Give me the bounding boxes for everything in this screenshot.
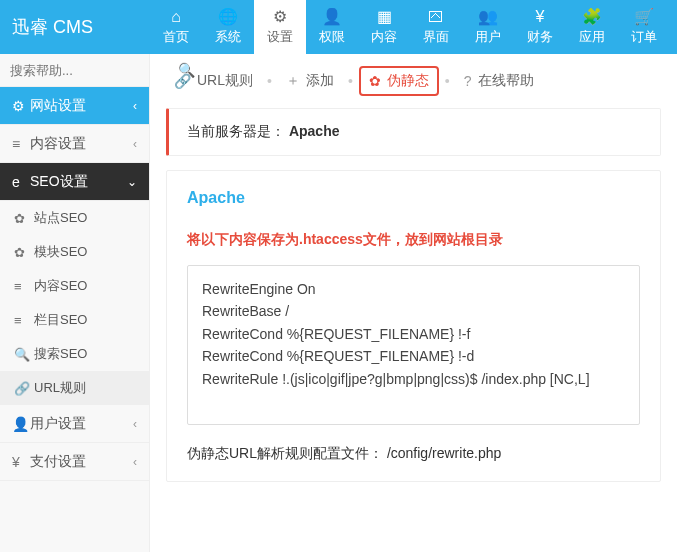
top-menu-界面[interactable]: ⮹界面 (410, 0, 462, 54)
sidebar-item-URL规则[interactable]: 🔗URL规则 (0, 371, 149, 405)
tab-icon: ? (464, 73, 472, 89)
sidebar-group-网站设置[interactable]: ⚙网站设置‹ (0, 87, 149, 125)
item-label: 站点SEO (34, 209, 87, 227)
top-menu-label: 内容 (371, 28, 397, 46)
tab-separator: • (267, 73, 272, 89)
top-menu-label: 财务 (527, 28, 553, 46)
sidebar-item-栏目SEO[interactable]: ≡栏目SEO (0, 303, 149, 337)
group-icon: ≡ (12, 136, 30, 152)
top-menu-内容[interactable]: ▦内容 (358, 0, 410, 54)
group-icon: ¥ (12, 454, 30, 470)
group-icon: ⚙ (12, 98, 30, 114)
top-menu-icon: 👥 (478, 9, 498, 25)
top-menu-label: 用户 (475, 28, 501, 46)
top-menu-label: 界面 (423, 28, 449, 46)
top-menu-财务[interactable]: ¥财务 (514, 0, 566, 54)
top-menu-应用[interactable]: 🧩应用 (566, 0, 618, 54)
top-menu-icon: 🛒 (634, 9, 654, 25)
notice-prefix: 当前服务器是： (187, 123, 285, 139)
content-tabs: 🔗URL规则•＋添加•✿伪静态•?在线帮助 (150, 54, 677, 108)
tab-URL规则[interactable]: 🔗URL规则 (166, 68, 261, 94)
group-icon: 👤 (12, 416, 30, 432)
sidebar-group-SEO设置[interactable]: eSEO设置⌄ (0, 163, 149, 201)
group-label: 支付设置 (30, 453, 86, 471)
chevron-icon: ‹ (133, 455, 137, 469)
config-file-line: 伪静态URL解析规则配置文件： /config/rewrite.php (187, 445, 640, 463)
item-icon: ≡ (14, 313, 34, 328)
brand: 迅睿 CMS (0, 15, 150, 39)
top-menu-label: 应用 (579, 28, 605, 46)
group-icon: e (12, 174, 30, 190)
sidebar-item-站点SEO[interactable]: ✿站点SEO (0, 201, 149, 235)
htaccess-code[interactable]: RewriteEngine On RewriteBase / RewriteCo… (187, 265, 640, 425)
tab-icon: ＋ (286, 72, 300, 90)
top-menu-icon: ⌂ (171, 9, 181, 25)
top-menu-label: 系统 (215, 28, 241, 46)
sidebar-item-内容SEO[interactable]: ≡内容SEO (0, 269, 149, 303)
chevron-icon: ‹ (133, 137, 137, 151)
panel-warning: 将以下内容保存为.htaccess文件，放到网站根目录 (187, 231, 640, 249)
item-label: 搜索SEO (34, 345, 87, 363)
top-menu-设置[interactable]: ⚙设置 (254, 0, 306, 54)
tab-label: 添加 (306, 72, 334, 90)
sidebar-search: 🔍 (0, 54, 149, 87)
item-label: URL规则 (34, 379, 86, 397)
top-menu-系统[interactable]: 🌐系统 (202, 0, 254, 54)
tab-伪静态[interactable]: ✿伪静态 (359, 66, 439, 96)
server-notice: 当前服务器是： Apache (166, 108, 661, 156)
group-label: 网站设置 (30, 97, 86, 115)
item-icon: ✿ (14, 211, 34, 226)
top-menu-icon: 👤 (322, 9, 342, 25)
sidebar: 🔍 ⚙网站设置‹≡内容设置‹eSEO设置⌄✿站点SEO✿模块SEO≡内容SEO≡… (0, 54, 150, 552)
group-label: 用户设置 (30, 415, 86, 433)
group-label: 内容设置 (30, 135, 86, 153)
sidebar-item-搜索SEO[interactable]: 🔍搜索SEO (0, 337, 149, 371)
top-menu-icon: ⮹ (428, 9, 444, 25)
tab-label: URL规则 (197, 72, 253, 90)
top-menu-label: 设置 (267, 28, 293, 46)
sidebar-group-内容设置[interactable]: ≡内容设置‹ (0, 125, 149, 163)
tab-separator: • (348, 73, 353, 89)
config-panel: Apache 将以下内容保存为.htaccess文件，放到网站根目录 Rewri… (166, 170, 661, 482)
chevron-icon: ‹ (133, 99, 137, 113)
tab-separator: • (445, 73, 450, 89)
chevron-icon: ‹ (133, 417, 137, 431)
config-label: 伪静态URL解析规则配置文件： (187, 445, 383, 461)
tab-添加[interactable]: ＋添加 (278, 68, 342, 94)
config-path: /config/rewrite.php (387, 445, 501, 461)
item-label: 内容SEO (34, 277, 87, 295)
tab-icon: 🔗 (174, 73, 191, 89)
top-menu-订单[interactable]: 🛒订单 (618, 0, 670, 54)
top-menu-label: 订单 (631, 28, 657, 46)
item-icon: 🔍 (14, 347, 34, 362)
item-icon: ✿ (14, 245, 34, 260)
tab-label: 在线帮助 (478, 72, 534, 90)
sidebar-item-模块SEO[interactable]: ✿模块SEO (0, 235, 149, 269)
item-icon: 🔗 (14, 381, 34, 396)
top-bar: 迅睿 CMS ⌂首页🌐系统⚙设置👤权限▦内容⮹界面👥用户¥财务🧩应用🛒订单 (0, 0, 677, 54)
main-content: 🔗URL规则•＋添加•✿伪静态•?在线帮助 当前服务器是： Apache Apa… (150, 54, 677, 552)
tab-label: 伪静态 (387, 72, 429, 90)
top-menu-icon: ▦ (377, 9, 392, 25)
top-menu-label: 首页 (163, 28, 189, 46)
top-menu-用户[interactable]: 👥用户 (462, 0, 514, 54)
top-menu-icon: 🧩 (582, 9, 602, 25)
top-menu-label: 权限 (319, 28, 345, 46)
tab-icon: ✿ (369, 73, 381, 89)
item-label: 模块SEO (34, 243, 87, 261)
panel-title: Apache (187, 189, 640, 207)
notice-value: Apache (289, 123, 340, 139)
top-menu: ⌂首页🌐系统⚙设置👤权限▦内容⮹界面👥用户¥财务🧩应用🛒订单 (150, 0, 670, 54)
top-menu-权限[interactable]: 👤权限 (306, 0, 358, 54)
tab-在线帮助[interactable]: ?在线帮助 (456, 68, 542, 94)
top-menu-首页[interactable]: ⌂首页 (150, 0, 202, 54)
item-icon: ≡ (14, 279, 34, 294)
group-label: SEO设置 (30, 173, 88, 191)
top-menu-icon: ¥ (536, 9, 545, 25)
sidebar-group-支付设置[interactable]: ¥支付设置‹ (0, 443, 149, 481)
item-label: 栏目SEO (34, 311, 87, 329)
top-menu-icon: 🌐 (218, 9, 238, 25)
top-menu-icon: ⚙ (273, 9, 287, 25)
chevron-icon: ⌄ (127, 175, 137, 189)
sidebar-group-用户设置[interactable]: 👤用户设置‹ (0, 405, 149, 443)
